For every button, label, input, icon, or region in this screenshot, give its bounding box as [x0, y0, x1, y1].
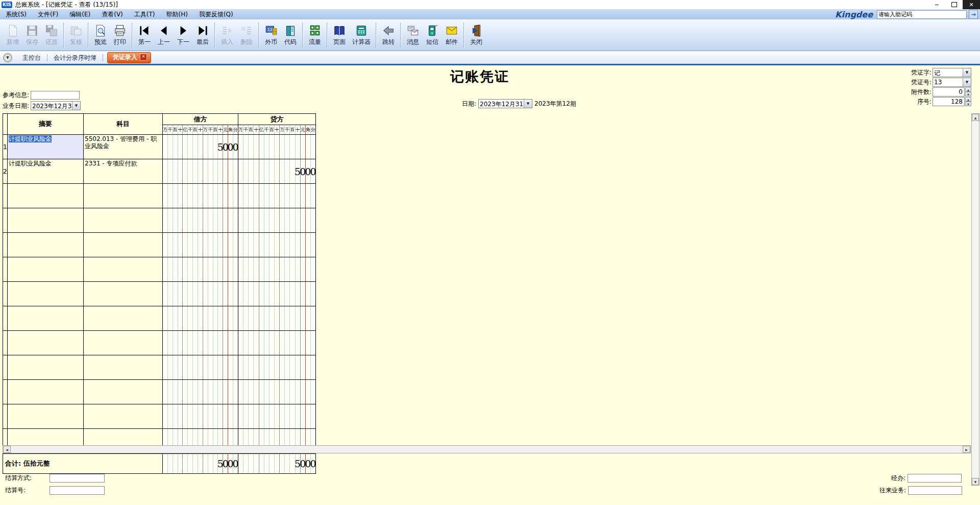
- menu-item-系统[interactable]: 系统(S): [0, 9, 32, 19]
- account-cell[interactable]: 2331 - 专项应付款: [84, 159, 163, 183]
- account-cell[interactable]: [84, 355, 163, 379]
- menu-item-我要反馈[interactable]: 我要反馈(Q): [193, 9, 239, 19]
- mnemonic-go-button[interactable]: →: [969, 10, 978, 19]
- credit-cell[interactable]: [238, 404, 315, 428]
- spin-down-icon[interactable]: ▼: [965, 92, 971, 97]
- operator-input[interactable]: [908, 474, 962, 483]
- toolbar-button-邮件[interactable]: 邮件: [442, 23, 461, 47]
- spin-down-icon[interactable]: ▼: [965, 102, 971, 106]
- debit-cell[interactable]: [163, 306, 238, 330]
- credit-cell[interactable]: 5000: [238, 159, 315, 183]
- credit-cell[interactable]: [238, 184, 315, 208]
- mnemonic-search-input[interactable]: [877, 10, 967, 19]
- credit-cell[interactable]: [238, 233, 315, 257]
- reference-input[interactable]: [31, 91, 80, 100]
- toolbar-button-打印[interactable]: 打印: [110, 23, 130, 47]
- debit-cell[interactable]: [163, 429, 238, 445]
- debit-cell[interactable]: [163, 282, 238, 306]
- summary-cell[interactable]: [8, 429, 84, 445]
- horizontal-scrollbar[interactable]: ◀ ▶: [3, 445, 971, 453]
- toolbar-button-上一[interactable]: 上一: [154, 23, 174, 47]
- tab-凭证录入[interactable]: 凭证录入✕: [107, 52, 151, 63]
- chevron-down-icon[interactable]: ▼: [963, 78, 971, 86]
- voucher-word-combo[interactable]: 记 ▼: [933, 68, 971, 77]
- maximize-button[interactable]: [945, 0, 963, 9]
- menu-item-编辑[interactable]: 编辑(E): [64, 9, 96, 19]
- toolbar-button-外币[interactable]: 12外币: [261, 23, 281, 47]
- summary-cell[interactable]: 计提职业风险金: [8, 159, 84, 183]
- toolbar-button-计算器[interactable]: 计算器: [349, 23, 374, 47]
- scroll-right-icon[interactable]: ▶: [963, 446, 970, 453]
- credit-cell[interactable]: [238, 257, 315, 281]
- toolbar-button-消息[interactable]: 消息: [403, 23, 423, 47]
- business-date-combo[interactable]: 2023年12月31日 ▼: [31, 101, 81, 110]
- credit-cell[interactable]: [238, 355, 315, 379]
- debit-cell[interactable]: [163, 331, 238, 355]
- spin-up-icon[interactable]: ▲: [965, 97, 971, 102]
- toolbar-button-预览[interactable]: 预览: [91, 23, 110, 47]
- debit-cell[interactable]: [163, 159, 238, 183]
- debit-cell[interactable]: [163, 233, 238, 257]
- account-cell[interactable]: [84, 233, 163, 257]
- tab-会计分录序时簿[interactable]: 会计分录序时簿: [47, 52, 103, 63]
- account-cell[interactable]: [84, 257, 163, 281]
- summary-cell[interactable]: [8, 208, 84, 232]
- credit-cell[interactable]: [238, 429, 315, 445]
- voucher-number-combo[interactable]: 13 ▼: [933, 78, 971, 87]
- summary-cell[interactable]: [8, 331, 84, 355]
- close-button[interactable]: ✕: [963, 0, 980, 9]
- account-cell[interactable]: 5502.013 - 管理费用 - 职业风险金: [84, 135, 163, 159]
- credit-cell[interactable]: [238, 306, 315, 330]
- scroll-up-icon[interactable]: ▲: [972, 114, 979, 121]
- credit-cell[interactable]: [238, 135, 315, 159]
- summary-cell[interactable]: [8, 233, 84, 257]
- account-cell[interactable]: [84, 429, 163, 445]
- debit-cell[interactable]: [163, 184, 238, 208]
- menu-item-查看[interactable]: 查看(V): [96, 9, 129, 19]
- toolbar-button-短信[interactable]: 短信: [423, 23, 442, 47]
- account-cell[interactable]: [84, 331, 163, 355]
- toolbar-button-关闭[interactable]: 关闭: [467, 23, 486, 47]
- credit-cell[interactable]: [238, 282, 315, 306]
- tab-dropdown-button[interactable]: ▼: [3, 53, 12, 62]
- debit-cell[interactable]: [163, 380, 238, 404]
- debit-cell[interactable]: [163, 404, 238, 428]
- credit-cell[interactable]: [238, 380, 315, 404]
- toolbar-button-下一[interactable]: 下一: [174, 23, 193, 47]
- credit-cell[interactable]: [238, 331, 315, 355]
- toolbar-button-第一[interactable]: 第一: [135, 23, 154, 47]
- summary-cell[interactable]: [8, 184, 84, 208]
- debit-cell[interactable]: [163, 208, 238, 232]
- summary-cell[interactable]: [8, 257, 84, 281]
- toolbar-button-代码[interactable]: 代码: [281, 23, 300, 47]
- chevron-down-icon[interactable]: ▼: [963, 68, 971, 77]
- scroll-down-icon[interactable]: ▼: [972, 478, 979, 485]
- date-combo[interactable]: 2023年12月31日 ▼: [478, 99, 532, 108]
- menu-item-帮助[interactable]: 帮助(H): [160, 9, 193, 19]
- account-cell[interactable]: [84, 380, 163, 404]
- tab-主控台[interactable]: 主控台: [16, 52, 47, 63]
- account-cell[interactable]: [84, 208, 163, 232]
- settle-method-input[interactable]: [50, 474, 105, 483]
- account-cell[interactable]: [84, 184, 163, 208]
- serial-number-spinner[interactable]: 128 ▲▼: [933, 97, 971, 106]
- account-cell[interactable]: [84, 306, 163, 330]
- credit-cell[interactable]: [238, 208, 315, 232]
- debit-cell[interactable]: [163, 355, 238, 379]
- menu-item-文件[interactable]: 文件(F): [32, 9, 64, 19]
- toolbar-button-页面[interactable]: 页面: [330, 23, 349, 47]
- spin-up-icon[interactable]: ▲: [965, 87, 971, 92]
- tab-close-icon[interactable]: ✕: [140, 54, 147, 61]
- summary-cell[interactable]: [8, 380, 84, 404]
- summary-cell[interactable]: [8, 282, 84, 306]
- menu-item-工具[interactable]: 工具(T): [129, 9, 161, 19]
- debit-cell[interactable]: [163, 257, 238, 281]
- summary-cell[interactable]: 计提职业风险金: [8, 135, 84, 159]
- account-cell[interactable]: [84, 404, 163, 428]
- toolbar-button-最后[interactable]: 最后: [193, 23, 212, 47]
- business-input[interactable]: [908, 486, 962, 495]
- scroll-left-icon[interactable]: ◀: [3, 446, 11, 453]
- summary-cell[interactable]: [8, 355, 84, 379]
- account-cell[interactable]: [84, 282, 163, 306]
- debit-cell[interactable]: 5000: [163, 135, 238, 159]
